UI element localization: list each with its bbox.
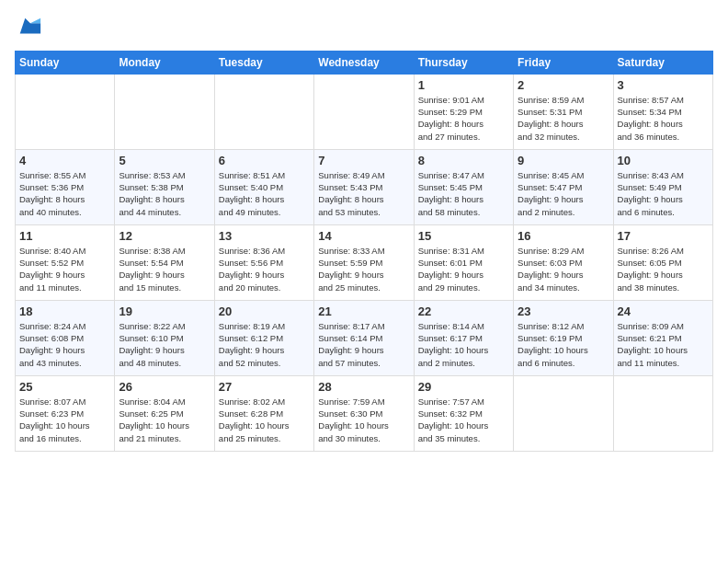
day-detail: Sunrise: 8:45 AMSunset: 5:47 PMDaylight:… <box>518 169 609 218</box>
day-number: 26 <box>119 380 210 394</box>
day-number: 1 <box>418 78 509 92</box>
day-detail: Sunrise: 7:59 AMSunset: 6:30 PMDaylight:… <box>318 396 409 444</box>
day-cell: 28Sunrise: 7:59 AMSunset: 6:30 PMDayligh… <box>314 375 414 451</box>
weekday-header-row: SundayMondayTuesdayWednesdayThursdayFrid… <box>16 51 713 74</box>
day-cell: 10Sunrise: 8:43 AMSunset: 5:49 PMDayligh… <box>613 149 712 224</box>
day-detail: Sunrise: 8:57 AMSunset: 5:34 PMDaylight:… <box>618 94 709 143</box>
day-detail: Sunrise: 8:12 AMSunset: 6:19 PMDaylight:… <box>518 320 609 369</box>
day-cell: 6Sunrise: 8:51 AMSunset: 5:40 PMDaylight… <box>214 149 313 224</box>
day-detail: Sunrise: 8:51 AMSunset: 5:40 PMDaylight:… <box>219 169 310 218</box>
day-number: 15 <box>418 229 509 243</box>
day-cell: 1Sunrise: 9:01 AMSunset: 5:29 PMDaylight… <box>414 74 513 149</box>
day-cell: 21Sunrise: 8:17 AMSunset: 6:14 PMDayligh… <box>314 300 414 375</box>
day-cell: 4Sunrise: 8:55 AMSunset: 5:36 PMDaylight… <box>16 149 115 224</box>
day-number: 4 <box>19 154 110 167</box>
day-cell: 18Sunrise: 8:24 AMSunset: 6:08 PMDayligh… <box>16 300 115 375</box>
day-detail: Sunrise: 8:59 AMSunset: 5:31 PMDaylight:… <box>518 94 609 143</box>
day-detail: Sunrise: 8:53 AMSunset: 5:38 PMDaylight:… <box>119 169 210 218</box>
day-detail: Sunrise: 8:19 AMSunset: 6:12 PMDaylight:… <box>219 320 310 369</box>
day-detail: Sunrise: 8:31 AMSunset: 6:01 PMDaylight:… <box>418 245 509 293</box>
day-detail: Sunrise: 8:47 AMSunset: 5:45 PMDaylight:… <box>418 169 509 218</box>
weekday-header-sunday: Sunday <box>16 51 115 74</box>
day-cell: 9Sunrise: 8:45 AMSunset: 5:47 PMDaylight… <box>514 149 613 224</box>
day-number: 20 <box>219 304 310 318</box>
day-number: 28 <box>318 380 409 394</box>
day-detail: Sunrise: 8:40 AMSunset: 5:52 PMDaylight:… <box>19 245 110 293</box>
day-number: 17 <box>618 229 709 243</box>
week-row-3: 11Sunrise: 8:40 AMSunset: 5:52 PMDayligh… <box>16 224 713 300</box>
day-number: 2 <box>518 78 609 92</box>
day-cell: 29Sunrise: 7:57 AMSunset: 6:32 PMDayligh… <box>414 375 513 451</box>
day-cell: 11Sunrise: 8:40 AMSunset: 5:52 PMDayligh… <box>16 224 115 300</box>
day-detail: Sunrise: 8:43 AMSunset: 5:49 PMDaylight:… <box>618 169 709 218</box>
day-detail: Sunrise: 8:02 AMSunset: 6:28 PMDaylight:… <box>219 396 310 444</box>
day-number: 19 <box>119 304 210 318</box>
day-cell: 24Sunrise: 8:09 AMSunset: 6:21 PMDayligh… <box>613 300 712 375</box>
day-detail: Sunrise: 8:24 AMSunset: 6:08 PMDaylight:… <box>19 320 110 369</box>
day-cell: 22Sunrise: 8:14 AMSunset: 6:17 PMDayligh… <box>414 300 513 375</box>
week-row-2: 4Sunrise: 8:55 AMSunset: 5:36 PMDaylight… <box>16 149 713 224</box>
day-number: 8 <box>418 154 509 167</box>
day-number: 13 <box>219 229 310 243</box>
day-cell: 8Sunrise: 8:47 AMSunset: 5:45 PMDaylight… <box>414 149 513 224</box>
logo-icon <box>17 15 42 40</box>
weekday-header-friday: Friday <box>514 51 613 74</box>
day-number: 16 <box>518 229 609 243</box>
day-cell <box>514 375 613 451</box>
day-detail: Sunrise: 8:36 AMSunset: 5:56 PMDaylight:… <box>219 245 310 293</box>
weekday-header-saturday: Saturday <box>613 51 712 74</box>
week-row-4: 18Sunrise: 8:24 AMSunset: 6:08 PMDayligh… <box>16 300 713 375</box>
header <box>15 15 713 41</box>
day-number: 3 <box>618 78 709 92</box>
week-row-5: 25Sunrise: 8:07 AMSunset: 6:23 PMDayligh… <box>16 375 713 451</box>
day-detail: Sunrise: 8:26 AMSunset: 6:05 PMDaylight:… <box>618 245 709 293</box>
day-number: 23 <box>518 304 609 318</box>
day-cell: 17Sunrise: 8:26 AMSunset: 6:05 PMDayligh… <box>613 224 712 300</box>
day-number: 22 <box>418 304 509 318</box>
day-cell: 15Sunrise: 8:31 AMSunset: 6:01 PMDayligh… <box>414 224 513 300</box>
day-cell <box>214 74 313 149</box>
day-cell: 26Sunrise: 8:04 AMSunset: 6:25 PMDayligh… <box>115 375 214 451</box>
day-cell: 19Sunrise: 8:22 AMSunset: 6:10 PMDayligh… <box>115 300 214 375</box>
day-cell <box>314 74 414 149</box>
day-number: 10 <box>618 154 709 167</box>
weekday-header-thursday: Thursday <box>414 51 513 74</box>
svg-marker-1 <box>30 18 40 24</box>
weekday-header-tuesday: Tuesday <box>214 51 313 74</box>
day-cell: 3Sunrise: 8:57 AMSunset: 5:34 PMDaylight… <box>613 74 712 149</box>
day-detail: Sunrise: 8:55 AMSunset: 5:36 PMDaylight:… <box>19 169 110 218</box>
day-cell: 20Sunrise: 8:19 AMSunset: 6:12 PMDayligh… <box>214 300 313 375</box>
week-row-1: 1Sunrise: 9:01 AMSunset: 5:29 PMDaylight… <box>16 74 713 149</box>
day-detail: Sunrise: 9:01 AMSunset: 5:29 PMDaylight:… <box>418 94 509 143</box>
day-number: 6 <box>219 154 310 167</box>
day-cell: 14Sunrise: 8:33 AMSunset: 5:59 PMDayligh… <box>314 224 414 300</box>
day-number: 9 <box>518 154 609 167</box>
day-detail: Sunrise: 8:17 AMSunset: 6:14 PMDaylight:… <box>318 320 409 369</box>
day-cell <box>16 74 115 149</box>
logo <box>15 15 42 41</box>
day-cell: 23Sunrise: 8:12 AMSunset: 6:19 PMDayligh… <box>514 300 613 375</box>
day-detail: Sunrise: 8:49 AMSunset: 5:43 PMDaylight:… <box>318 169 409 218</box>
day-cell: 2Sunrise: 8:59 AMSunset: 5:31 PMDaylight… <box>514 74 613 149</box>
day-cell: 13Sunrise: 8:36 AMSunset: 5:56 PMDayligh… <box>214 224 313 300</box>
day-number: 18 <box>19 304 110 318</box>
day-number: 11 <box>19 229 110 243</box>
weekday-header-monday: Monday <box>115 51 214 74</box>
day-cell: 12Sunrise: 8:38 AMSunset: 5:54 PMDayligh… <box>115 224 214 300</box>
day-detail: Sunrise: 8:22 AMSunset: 6:10 PMDaylight:… <box>119 320 210 369</box>
day-number: 12 <box>119 229 210 243</box>
day-cell: 16Sunrise: 8:29 AMSunset: 6:03 PMDayligh… <box>514 224 613 300</box>
day-number: 24 <box>618 304 709 318</box>
day-number: 29 <box>418 380 509 394</box>
day-cell <box>613 375 712 451</box>
day-number: 21 <box>318 304 409 318</box>
day-cell: 7Sunrise: 8:49 AMSunset: 5:43 PMDaylight… <box>314 149 414 224</box>
day-cell <box>115 74 214 149</box>
day-cell: 27Sunrise: 8:02 AMSunset: 6:28 PMDayligh… <box>214 375 313 451</box>
day-detail: Sunrise: 8:38 AMSunset: 5:54 PMDaylight:… <box>119 245 210 293</box>
page-container: SundayMondayTuesdayWednesdayThursdayFrid… <box>0 0 728 459</box>
day-number: 27 <box>219 380 310 394</box>
day-detail: Sunrise: 8:07 AMSunset: 6:23 PMDaylight:… <box>19 396 110 444</box>
day-detail: Sunrise: 7:57 AMSunset: 6:32 PMDaylight:… <box>418 396 509 444</box>
day-number: 5 <box>119 154 210 167</box>
